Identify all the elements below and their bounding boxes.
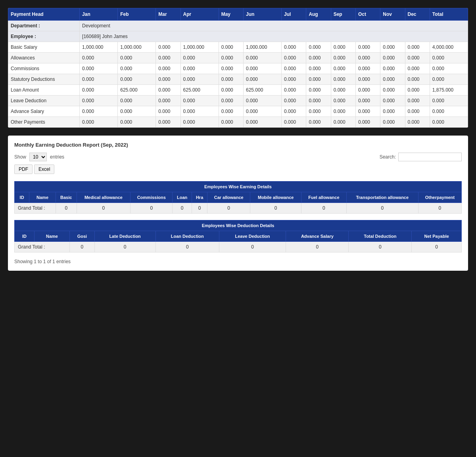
cell-value: 0.000	[331, 74, 355, 85]
cell-value: 0.000	[355, 74, 380, 85]
cell-value: 0.000	[405, 96, 430, 106]
earning-section-header: Employees Wise Earning Details	[15, 182, 462, 192]
top-col-header: Jul	[282, 8, 306, 21]
cell-value: 0.000	[219, 63, 243, 74]
cell-value: 0.000	[306, 53, 331, 63]
cell-value: 0.000	[405, 63, 430, 74]
cell-value: 0.000	[80, 96, 118, 106]
cell-value: 0.000	[156, 63, 180, 74]
earning-col-header: Car allowance	[207, 192, 250, 203]
cell-value: 0.000	[243, 53, 281, 63]
cell-value: 0.000	[355, 53, 380, 63]
cell-value: 0.000	[380, 63, 405, 74]
grand-total-value: 0	[131, 203, 173, 214]
row-label: Other Payments	[8, 117, 80, 128]
earning-table: Employees Wise Earning Details IDNameBas…	[14, 181, 462, 214]
cell-value: 0.000	[219, 74, 243, 85]
cell-value: 0.000	[80, 117, 118, 128]
cell-value: 0.000	[219, 117, 243, 128]
deduction-col-header: Total Deduction	[349, 231, 412, 242]
top-col-header: Apr	[180, 8, 219, 21]
cell-value: 0.000	[380, 85, 405, 96]
cell-value: 0.000	[430, 106, 468, 117]
cell-value: 0.000	[306, 74, 331, 85]
deduction-section-header: Employees Wise Deduction Details	[15, 220, 462, 231]
cell-value: 0.000	[331, 96, 355, 106]
earning-col-header: Mobile allowance	[250, 192, 301, 203]
cell-value: 0.000	[243, 74, 281, 85]
deduction-table-wrap: Employees Wise Deduction Details IDNameG…	[14, 220, 462, 252]
deduction-col-header: Leave Deduction	[219, 231, 286, 242]
cell-value: 0.000	[331, 106, 355, 117]
cell-value: 0.000	[405, 74, 430, 85]
cell-value: 0.000	[282, 106, 306, 117]
top-col-header: Jun	[243, 8, 281, 21]
cell-value: 1,000.000	[80, 42, 118, 53]
excel-button[interactable]: Excel	[34, 164, 54, 174]
cell-value: 0.000	[331, 117, 355, 128]
search-input[interactable]	[398, 153, 462, 161]
cell-value: 0.000	[430, 74, 468, 85]
cell-value: 0.000	[430, 117, 468, 128]
earning-col-header: Hra	[192, 192, 207, 203]
grand-total-value: 0	[173, 203, 192, 214]
deduction-grand-total-value: 0	[219, 242, 286, 252]
cell-value: 0.000	[118, 63, 156, 74]
cell-value: 0.000	[219, 96, 243, 106]
cell-value: 0.000	[156, 42, 180, 53]
cell-value: 0.000	[156, 53, 180, 63]
showing-text: Showing 1 to 1 of 1 entries	[14, 259, 462, 264]
cell-value: 0.000	[430, 63, 468, 74]
cell-value: 0.000	[118, 74, 156, 85]
deduction-col-header: Gosi	[70, 231, 94, 242]
cell-value: 625.000	[118, 85, 156, 96]
row-label: Basic Salary	[8, 42, 80, 53]
employee-value: [160689] John James	[80, 31, 468, 42]
earning-col-header: Commissions	[131, 192, 173, 203]
entries-select[interactable]: 10 25 50	[29, 153, 47, 161]
cell-value: 0.000	[331, 53, 355, 63]
earning-col-header: Fuel allowance	[301, 192, 347, 203]
cell-value: 0.000	[282, 85, 306, 96]
cell-value: 1,875.000	[430, 85, 468, 96]
top-col-header: Total	[430, 8, 468, 21]
cell-value: 0.000	[180, 63, 219, 74]
row-label: Leave Deduction	[8, 96, 80, 106]
deduction-col-header: Name	[34, 231, 69, 242]
cell-value: 0.000	[80, 106, 118, 117]
cell-value: 0.000	[156, 74, 180, 85]
top-col-header: Feb	[118, 8, 156, 21]
deduction-grand-total-value: 0	[349, 242, 412, 252]
cell-value: 0.000	[282, 117, 306, 128]
cell-value: 0.000	[306, 42, 331, 53]
left-controls: Show 10 25 50 entries PDF Excel	[14, 153, 64, 178]
cell-value: 0.000	[306, 106, 331, 117]
earning-col-header: ID	[15, 192, 29, 203]
report-title: Monthly Earning Deduction Report (Sep, 2…	[14, 142, 462, 148]
top-col-header: Dec	[405, 8, 430, 21]
grand-total-value: 0	[418, 203, 461, 214]
grand-total-label: Grand Total :	[15, 203, 56, 214]
pdf-button[interactable]: PDF	[14, 164, 33, 174]
entries-label: entries	[50, 154, 64, 160]
cell-value: 0.000	[380, 74, 405, 85]
cell-value: 0.000	[118, 106, 156, 117]
cell-value: 0.000	[243, 96, 281, 106]
cell-value: 0.000	[306, 117, 331, 128]
cell-value: 0.000	[243, 106, 281, 117]
grand-total-value: 0	[301, 203, 347, 214]
show-entries-row: Show 10 25 50 entries	[14, 153, 64, 161]
deduction-grand-total-value: 0	[412, 242, 462, 252]
cell-value: 625.000	[180, 85, 219, 96]
top-col-header: Nov	[380, 8, 405, 21]
cell-value: 0.000	[355, 85, 380, 96]
cell-value: 0.000	[118, 53, 156, 63]
cell-value: 0.000	[405, 117, 430, 128]
deduction-grand-total-value: 0	[94, 242, 155, 252]
cell-value: 0.000	[156, 85, 180, 96]
cell-value: 0.000	[180, 53, 219, 63]
cell-value: 0.000	[355, 106, 380, 117]
cell-value: 0.000	[355, 96, 380, 106]
earning-col-header: Medical allowance	[77, 192, 131, 203]
row-label: Statutory Deductions	[8, 74, 80, 85]
